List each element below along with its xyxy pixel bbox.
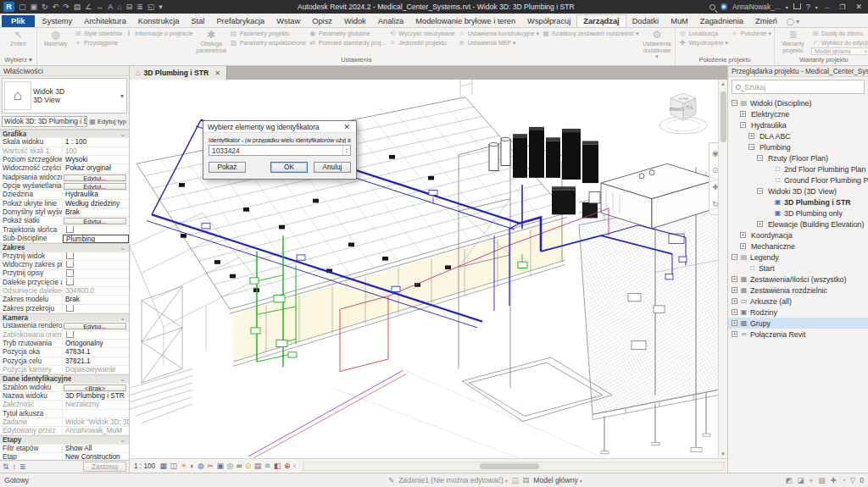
tree-item[interactable]: − Widoki 3D (3D View) xyxy=(728,185,868,196)
scroll-down-icon[interactable]: ▼ xyxy=(721,450,726,458)
tree-item[interactable]: + Koordynacja xyxy=(728,230,868,241)
editable-only-icon[interactable]: ◫ xyxy=(512,476,519,484)
ribbon-button[interactable]: ▤Parametry projektu xyxy=(230,29,306,38)
property-value[interactable]: Edytuj... xyxy=(64,218,126,224)
scroll-thumb[interactable] xyxy=(480,463,539,469)
background-processes-icon[interactable]: ◔ xyxy=(842,476,846,484)
dialog-close-icon[interactable]: ✕ xyxy=(342,123,352,131)
ribbon-tab[interactable]: Systemy xyxy=(36,15,79,27)
select-underlay-icon[interactable]: ◪ xyxy=(798,476,804,484)
tree-expander[interactable]: − xyxy=(757,155,763,161)
tree-item[interactable]: + ▩ Grupy xyxy=(728,318,868,329)
design-options-icon[interactable]: ⚄ xyxy=(523,476,529,484)
ribbon-button[interactable]: ▥Parametry współdzielone xyxy=(230,38,306,47)
switch-windows-icon[interactable]: ◱ xyxy=(147,1,155,13)
property-value[interactable]: Ortogonalny xyxy=(63,340,129,347)
property-value[interactable]: 37821.1 xyxy=(63,357,129,365)
tree-expander[interactable]: + xyxy=(757,221,763,227)
ribbon-button[interactable]: ⊞Style obiektów xyxy=(74,29,122,38)
tree-item[interactable]: □ Start xyxy=(728,263,868,274)
ribbon-button[interactable]: ≣Warianty projektu xyxy=(777,29,809,55)
group-properties-icon[interactable]: ≣ xyxy=(19,462,26,471)
thin-lines-icon[interactable]: ≣ xyxy=(136,1,143,13)
tree-item[interactable]: + ▭ Arkusze (all) xyxy=(728,296,868,307)
tree-expander[interactable]: − xyxy=(732,100,737,106)
default-3d-view-icon[interactable]: ⌂ xyxy=(117,1,121,13)
view-cube[interactable]: PRAWO TYŁ GÓRA xyxy=(656,86,710,141)
property-value[interactable]: Plumbing xyxy=(63,235,129,243)
scroll-thumb[interactable] xyxy=(721,91,726,142)
edit-type-button[interactable]: ▦ Edytuj typ xyxy=(89,118,127,125)
ribbon-panel-label[interactable]: Warianty projektu xyxy=(775,56,868,65)
property-value[interactable]: Wysoki xyxy=(63,156,129,163)
signed-in-user[interactable]: AnnaNowak_... xyxy=(732,3,781,11)
filter-icon[interactable]: ▽ xyxy=(850,476,856,484)
worksharing-display-icon[interactable]: ◧ xyxy=(274,460,281,473)
ribbon-button[interactable]: ▦Szablony zestawień rozdzielnic ▾ xyxy=(542,29,638,38)
ribbon-button[interactable]: ✓Wybierz do edycji xyxy=(811,38,868,47)
tree-item[interactable]: + DLA ABC xyxy=(728,130,868,141)
drag-elements-icon[interactable]: ✚ xyxy=(830,476,836,484)
sort-sections-icon[interactable]: ↕ xyxy=(13,462,17,471)
property-value[interactable]: Edytuj... xyxy=(64,323,126,329)
ribbon-tab[interactable]: Widok xyxy=(338,15,372,27)
property-value[interactable] xyxy=(63,226,129,234)
visual-style-icon[interactable]: ◫ xyxy=(170,460,178,473)
tree-item[interactable]: − Hydraulika xyxy=(728,119,868,130)
ribbon-button[interactable]: ⚙Ustawienia dodatkowe ▾ xyxy=(641,29,672,57)
temporary-view-properties-icon[interactable]: ▤ xyxy=(254,460,262,473)
cancel-button[interactable]: Anuluj xyxy=(314,162,351,173)
apply-button[interactable]: Zastosuj xyxy=(83,462,126,472)
select-links-icon[interactable]: ◩ xyxy=(786,476,793,484)
ribbon-tab[interactable]: Współpracuj xyxy=(521,15,576,27)
sun-path-icon[interactable]: ☀ xyxy=(181,460,187,473)
vertical-scrollbar[interactable]: ▲ ▼ xyxy=(718,80,727,458)
ribbon-tab[interactable]: Dodatki xyxy=(626,15,665,27)
revit-logo[interactable]: R xyxy=(3,2,14,12)
tree-item[interactable]: □ Ground Floor Plumbing Plan xyxy=(728,174,868,185)
active-workset-dropdown[interactable]: Zadanie1 (Nie można edytować) xyxy=(398,476,508,484)
ribbon-tab[interactable]: Wstaw xyxy=(270,15,306,27)
ribbon-panel-label[interactable]: Wybierz ▾ xyxy=(0,56,36,65)
tree-item[interactable]: + Elektryczne xyxy=(728,108,868,119)
property-value[interactable]: 47834.1 xyxy=(63,348,129,356)
tree-item[interactable]: ▣ 3D Plumbing only xyxy=(728,208,868,219)
property-value[interactable] xyxy=(63,269,129,277)
input-spinner[interactable]: ▲▼ xyxy=(342,146,350,155)
ribbon-button[interactable]: ◍Materiały xyxy=(40,29,71,55)
ribbon-button[interactable]: ℹInformacje o projekcie xyxy=(125,29,192,38)
ribbon-button[interactable]: ≡Jednostki projektu xyxy=(388,38,454,47)
design-option-dropdown[interactable]: Model główny xyxy=(533,476,582,484)
ribbon-tab[interactable]: Opisz xyxy=(306,15,338,27)
property-value[interactable]: Dopasowywanie xyxy=(63,366,129,374)
tree-expander[interactable]: + xyxy=(732,287,737,293)
undo-icon[interactable]: ↶ xyxy=(53,1,59,13)
ribbon-button[interactable]: ⌖Przyciąganie xyxy=(74,38,122,47)
save-icon[interactable]: ▣ xyxy=(31,1,38,13)
tree-item[interactable]: + ▣ Rodziny xyxy=(728,307,868,318)
property-value[interactable]: AnnaNowak_MuM xyxy=(63,427,129,434)
print-icon[interactable]: ▤ xyxy=(74,1,81,13)
close-button[interactable]: ✕ xyxy=(853,3,865,11)
text-note-icon[interactable]: A xyxy=(108,1,113,13)
ribbon-button[interactable]: ⟲Wyczyść nieużywane xyxy=(388,29,454,38)
open-file-icon[interactable]: ▢ xyxy=(19,1,26,13)
property-value[interactable]: Edytuj... xyxy=(64,183,126,190)
ok-button[interactable]: OK xyxy=(270,162,308,173)
ribbon-tab[interactable]: Architektura xyxy=(78,15,132,27)
tree-item[interactable]: − ▤ Legendy xyxy=(728,252,868,263)
rendering-dialog-icon[interactable]: ◍ xyxy=(198,460,204,473)
horizontal-scrollbar[interactable] xyxy=(303,462,725,471)
measure-icon[interactable]: ∠ xyxy=(85,1,92,13)
property-value[interactable]: New Construction xyxy=(63,453,129,460)
close-view-icon[interactable]: ✕ xyxy=(214,69,220,77)
tree-expander[interactable]: + xyxy=(740,111,746,117)
temporary-hide-isolate-icon[interactable]: ∞ xyxy=(236,460,242,473)
reveal-hidden-elements-icon[interactable]: ⊙ xyxy=(245,460,252,473)
store-cart-icon[interactable] xyxy=(793,3,801,9)
tree-expander[interactable]: + xyxy=(732,309,737,315)
ribbon-button[interactable]: ✚Współrzędne ▾ xyxy=(678,38,727,47)
property-value[interactable]: Niezależny xyxy=(63,401,129,408)
tree-item[interactable]: + ▦ Zestawienia rozdzielnic xyxy=(728,285,868,296)
id-input[interactable]: 1033424 ▲▼ xyxy=(209,145,351,156)
